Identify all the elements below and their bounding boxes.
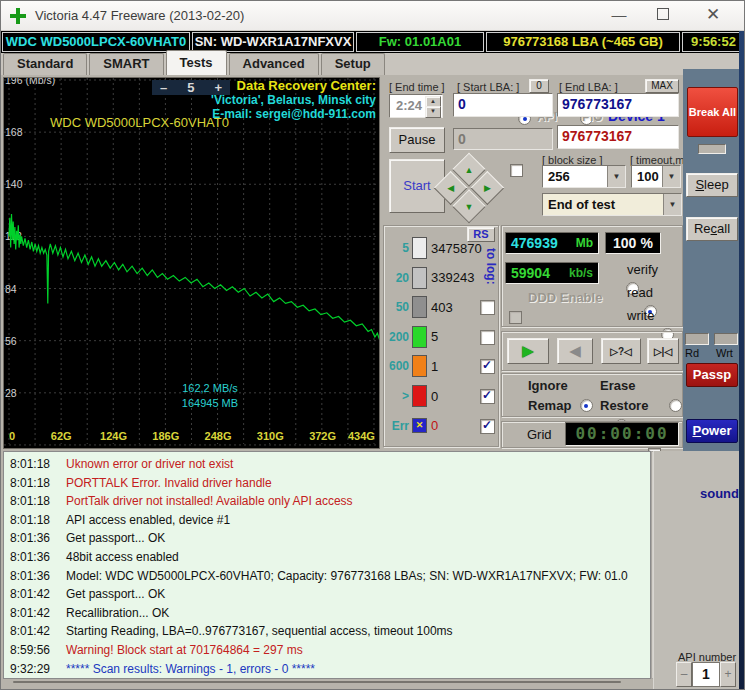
end-lba-readout[interactable]: 976773167: [557, 125, 679, 149]
bin-log-checkbox[interactable]: [480, 419, 495, 434]
log-entry: 8:01:42Get passport... OK: [4, 585, 650, 604]
banner-line3: E-mail: sergei@hdd-911.com: [211, 107, 376, 121]
ddd-enable-checkbox: [509, 311, 522, 324]
maximize-icon: [657, 8, 669, 20]
tab-advanced[interactable]: Advanced: [229, 53, 319, 75]
event-log[interactable]: 8:01:18Uknown error or driver not exist8…: [3, 451, 651, 679]
banner-line1: Data Recovery Center:: [211, 79, 376, 93]
end-lba-input[interactable]: 976773167: [557, 93, 679, 117]
window-edge-strip: [739, 31, 745, 690]
grid-label: Grid: [527, 427, 552, 442]
bin-log-checkbox[interactable]: [480, 359, 495, 374]
ignore-radio[interactable]: [580, 399, 593, 412]
arrow-right-icon: ▶: [484, 183, 491, 192]
bin-count: 0: [431, 418, 438, 433]
bin-log-checkbox[interactable]: [480, 389, 495, 404]
zoom-out-icon[interactable]: –: [160, 81, 167, 94]
drive-serial: SN: WD-WXR1A17NFXVX: [192, 32, 354, 52]
minimize-button[interactable]: —: [597, 1, 641, 31]
maximize-button[interactable]: [641, 1, 685, 31]
to-log-label: to log:: [484, 248, 498, 285]
start-lba-zero-button[interactable]: 0: [529, 79, 549, 93]
chevron-down-icon[interactable]: ▼: [663, 194, 681, 215]
x-tick-label: 0: [9, 430, 15, 442]
end-lba-max-button[interactable]: MAX: [645, 79, 679, 93]
bin-label: 200: [385, 330, 409, 344]
api-number-minus-button[interactable]: –: [676, 662, 692, 687]
bin-count: 0: [431, 389, 438, 404]
power-button[interactable]: Power: [686, 419, 738, 443]
log-message: Warning! Block start at 701764864 = 297 …: [66, 641, 303, 660]
banner-line2: 'Victoria', Belarus, Minsk city: [211, 93, 376, 107]
timeout-dropdown[interactable]: 100 ▼: [631, 165, 681, 188]
chevron-down-icon[interactable]: ▼: [607, 166, 625, 187]
app-cross-icon: [10, 8, 26, 24]
play-button[interactable]: ▶: [507, 338, 549, 364]
end-action-dropdown[interactable]: End of test ▼: [542, 193, 682, 216]
restore-label: Restore: [600, 398, 648, 413]
seek-question-icon: ▷?◁: [610, 346, 632, 357]
seek-question-button[interactable]: ▷?◁: [601, 338, 641, 364]
break-status-led: [698, 144, 726, 154]
graph-model-label: WDC WD5000LPCX-60VHAT0: [50, 115, 229, 130]
sleep-button[interactable]: Sleep: [686, 173, 738, 197]
log-timestamp: 8:01:18: [4, 511, 50, 530]
current-speed: 162,2 MB/s: [152, 381, 268, 396]
graph-speed-overlay: 162,2 MB/s 164945 MB: [152, 381, 268, 411]
recall-label-pre: Re: [694, 221, 711, 236]
log-message: Get passport... OK: [66, 529, 165, 548]
bin-log-checkbox[interactable]: [480, 300, 495, 315]
tab-bar: StandardSMARTTestsAdvancedSetup API PIO …: [1, 53, 745, 75]
block-size-dropdown[interactable]: 256 ▼: [542, 165, 626, 188]
pause-button[interactable]: Pause: [389, 127, 445, 153]
log-entry: 8:01:3648bit access enabled: [4, 548, 650, 567]
log-timestamp: 8:01:36: [4, 529, 50, 548]
log-message: PortTalk driver not installed! Available…: [66, 492, 353, 511]
chevron-down-icon[interactable]: ▼: [662, 166, 680, 187]
tab-smart[interactable]: SMART: [89, 53, 163, 75]
end-time-label: [ End time ]: [389, 81, 445, 93]
y-tick-label: 140: [5, 178, 23, 190]
end-lba-label: [ End LBA: ]: [559, 81, 618, 93]
bin-color-swatch-icon: [412, 385, 427, 407]
bin-error-swatch-icon: ✕: [412, 418, 427, 433]
api-number-plus-button[interactable]: +: [720, 662, 736, 687]
log-message: Recallibration... OK: [66, 604, 169, 623]
elapsed-timer: 00:00:00: [565, 422, 679, 446]
tab-tests[interactable]: Tests: [166, 50, 227, 75]
step-icon: ▷|◁: [654, 346, 672, 357]
read-speed-trace: [9, 214, 380, 341]
percent-display: 100 %: [605, 232, 661, 254]
bin-log-checkbox[interactable]: [480, 330, 495, 345]
zoom-level: 5: [187, 81, 194, 94]
bin-label: 50: [385, 300, 409, 314]
recall-button[interactable]: Recall: [686, 217, 738, 241]
spin-down-icon[interactable]: ▼: [425, 106, 441, 118]
log-entry: 9:32:29***** Scan results: Warnings - 1,…: [4, 660, 650, 679]
play-icon: ▶: [522, 342, 534, 360]
passport-button[interactable]: Passp: [686, 363, 738, 387]
break-all-button[interactable]: Break All: [687, 87, 738, 137]
title-bar: Victoria 4.47 Freeware (2013-02-20) — ✕: [1, 1, 745, 31]
start-lba-input[interactable]: 0: [453, 93, 553, 117]
tab-standard[interactable]: Standard: [3, 53, 87, 75]
log-timestamp: 8:01:42: [4, 622, 50, 641]
x-tick-label: 186G: [152, 430, 179, 442]
log-message: PORTTALK Error. Invalid driver handle: [66, 474, 272, 493]
bin-label: 20: [385, 271, 409, 285]
log-horizontal-scrollbar[interactable]: [13, 681, 621, 683]
jog-option-checkbox[interactable]: [510, 164, 523, 177]
ddd-enable-label: DDD Enable: [528, 290, 602, 305]
back-button[interactable]: ◀: [557, 338, 593, 364]
end-time-spinner[interactable]: 2:24 ▲ ▼: [389, 94, 443, 118]
sound-label: sound: [700, 486, 739, 501]
speed-value: 59904: [506, 265, 569, 281]
log-message: 48bit access enabled: [66, 548, 179, 567]
step-button[interactable]: ▷|◁: [647, 338, 679, 364]
tab-setup[interactable]: Setup: [321, 53, 385, 75]
end-action-value: End of test: [543, 197, 663, 212]
close-button[interactable]: ✕: [691, 1, 735, 31]
arrow-down-icon: ▼: [465, 202, 474, 211]
log-timestamp: 8:01:36: [4, 567, 50, 586]
api-number-stepper: – 1 +: [676, 662, 736, 687]
